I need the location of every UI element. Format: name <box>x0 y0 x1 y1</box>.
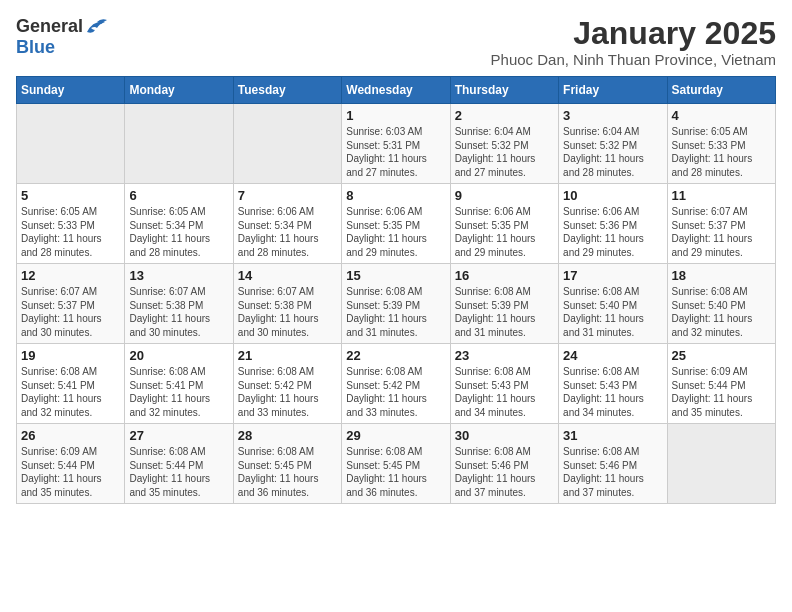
day-header-friday: Friday <box>559 77 667 104</box>
days-of-week-row: SundayMondayTuesdayWednesdayThursdayFrid… <box>17 77 776 104</box>
logo-bird-icon <box>85 18 107 36</box>
cell-date-number: 12 <box>21 268 120 283</box>
cell-date-number: 2 <box>455 108 554 123</box>
cell-date-number: 18 <box>672 268 771 283</box>
cell-sun-info: Sunrise: 6:08 AMSunset: 5:43 PMDaylight:… <box>563 365 662 419</box>
logo-text: General <box>16 16 107 37</box>
title-section: January 2025 Phuoc Dan, Ninh Thuan Provi… <box>491 16 776 68</box>
cell-date-number: 25 <box>672 348 771 363</box>
cell-date-number: 27 <box>129 428 228 443</box>
cell-sun-info: Sunrise: 6:08 AMSunset: 5:40 PMDaylight:… <box>672 285 771 339</box>
cell-sun-info: Sunrise: 6:06 AMSunset: 5:35 PMDaylight:… <box>346 205 445 259</box>
cell-sun-info: Sunrise: 6:08 AMSunset: 5:39 PMDaylight:… <box>455 285 554 339</box>
calendar-week-3: 12Sunrise: 6:07 AMSunset: 5:37 PMDayligh… <box>17 264 776 344</box>
cell-sun-info: Sunrise: 6:08 AMSunset: 5:44 PMDaylight:… <box>129 445 228 499</box>
calendar-cell: 12Sunrise: 6:07 AMSunset: 5:37 PMDayligh… <box>17 264 125 344</box>
cell-sun-info: Sunrise: 6:08 AMSunset: 5:41 PMDaylight:… <box>21 365 120 419</box>
cell-sun-info: Sunrise: 6:08 AMSunset: 5:43 PMDaylight:… <box>455 365 554 419</box>
calendar-cell <box>233 104 341 184</box>
day-header-sunday: Sunday <box>17 77 125 104</box>
cell-date-number: 20 <box>129 348 228 363</box>
cell-date-number: 9 <box>455 188 554 203</box>
calendar-cell: 1Sunrise: 6:03 AMSunset: 5:31 PMDaylight… <box>342 104 450 184</box>
logo-blue-text: Blue <box>16 37 55 58</box>
calendar-cell: 7Sunrise: 6:06 AMSunset: 5:34 PMDaylight… <box>233 184 341 264</box>
calendar-cell: 2Sunrise: 6:04 AMSunset: 5:32 PMDaylight… <box>450 104 558 184</box>
cell-sun-info: Sunrise: 6:06 AMSunset: 5:35 PMDaylight:… <box>455 205 554 259</box>
calendar-cell <box>125 104 233 184</box>
calendar-cell: 22Sunrise: 6:08 AMSunset: 5:42 PMDayligh… <box>342 344 450 424</box>
cell-sun-info: Sunrise: 6:09 AMSunset: 5:44 PMDaylight:… <box>672 365 771 419</box>
calendar-body: 1Sunrise: 6:03 AMSunset: 5:31 PMDaylight… <box>17 104 776 504</box>
cell-date-number: 23 <box>455 348 554 363</box>
cell-sun-info: Sunrise: 6:08 AMSunset: 5:46 PMDaylight:… <box>563 445 662 499</box>
cell-sun-info: Sunrise: 6:05 AMSunset: 5:33 PMDaylight:… <box>672 125 771 179</box>
cell-date-number: 4 <box>672 108 771 123</box>
calendar-cell: 24Sunrise: 6:08 AMSunset: 5:43 PMDayligh… <box>559 344 667 424</box>
calendar-table: SundayMondayTuesdayWednesdayThursdayFrid… <box>16 76 776 504</box>
cell-date-number: 8 <box>346 188 445 203</box>
cell-sun-info: Sunrise: 6:09 AMSunset: 5:44 PMDaylight:… <box>21 445 120 499</box>
calendar-cell: 26Sunrise: 6:09 AMSunset: 5:44 PMDayligh… <box>17 424 125 504</box>
calendar-cell: 14Sunrise: 6:07 AMSunset: 5:38 PMDayligh… <box>233 264 341 344</box>
calendar-week-2: 5Sunrise: 6:05 AMSunset: 5:33 PMDaylight… <box>17 184 776 264</box>
calendar-cell: 30Sunrise: 6:08 AMSunset: 5:46 PMDayligh… <box>450 424 558 504</box>
day-header-monday: Monday <box>125 77 233 104</box>
cell-date-number: 14 <box>238 268 337 283</box>
cell-sun-info: Sunrise: 6:08 AMSunset: 5:45 PMDaylight:… <box>346 445 445 499</box>
day-header-tuesday: Tuesday <box>233 77 341 104</box>
calendar-cell <box>17 104 125 184</box>
page-header: General Blue January 2025 Phuoc Dan, Nin… <box>16 16 776 68</box>
calendar-cell <box>667 424 775 504</box>
calendar-cell: 3Sunrise: 6:04 AMSunset: 5:32 PMDaylight… <box>559 104 667 184</box>
cell-date-number: 24 <box>563 348 662 363</box>
cell-date-number: 11 <box>672 188 771 203</box>
cell-sun-info: Sunrise: 6:08 AMSunset: 5:39 PMDaylight:… <box>346 285 445 339</box>
cell-sun-info: Sunrise: 6:08 AMSunset: 5:42 PMDaylight:… <box>346 365 445 419</box>
cell-date-number: 7 <box>238 188 337 203</box>
page-subtitle: Phuoc Dan, Ninh Thuan Province, Vietnam <box>491 51 776 68</box>
calendar-cell: 4Sunrise: 6:05 AMSunset: 5:33 PMDaylight… <box>667 104 775 184</box>
cell-sun-info: Sunrise: 6:08 AMSunset: 5:40 PMDaylight:… <box>563 285 662 339</box>
cell-date-number: 13 <box>129 268 228 283</box>
cell-sun-info: Sunrise: 6:07 AMSunset: 5:38 PMDaylight:… <box>238 285 337 339</box>
calendar-cell: 10Sunrise: 6:06 AMSunset: 5:36 PMDayligh… <box>559 184 667 264</box>
cell-date-number: 31 <box>563 428 662 443</box>
day-header-wednesday: Wednesday <box>342 77 450 104</box>
calendar-cell: 6Sunrise: 6:05 AMSunset: 5:34 PMDaylight… <box>125 184 233 264</box>
calendar-week-4: 19Sunrise: 6:08 AMSunset: 5:41 PMDayligh… <box>17 344 776 424</box>
cell-sun-info: Sunrise: 6:05 AMSunset: 5:34 PMDaylight:… <box>129 205 228 259</box>
cell-sun-info: Sunrise: 6:04 AMSunset: 5:32 PMDaylight:… <box>563 125 662 179</box>
cell-date-number: 21 <box>238 348 337 363</box>
calendar-week-5: 26Sunrise: 6:09 AMSunset: 5:44 PMDayligh… <box>17 424 776 504</box>
cell-sun-info: Sunrise: 6:08 AMSunset: 5:41 PMDaylight:… <box>129 365 228 419</box>
cell-date-number: 6 <box>129 188 228 203</box>
cell-date-number: 15 <box>346 268 445 283</box>
cell-sun-info: Sunrise: 6:04 AMSunset: 5:32 PMDaylight:… <box>455 125 554 179</box>
cell-sun-info: Sunrise: 6:08 AMSunset: 5:46 PMDaylight:… <box>455 445 554 499</box>
calendar-cell: 29Sunrise: 6:08 AMSunset: 5:45 PMDayligh… <box>342 424 450 504</box>
cell-sun-info: Sunrise: 6:07 AMSunset: 5:37 PMDaylight:… <box>21 285 120 339</box>
cell-sun-info: Sunrise: 6:08 AMSunset: 5:42 PMDaylight:… <box>238 365 337 419</box>
calendar-cell: 16Sunrise: 6:08 AMSunset: 5:39 PMDayligh… <box>450 264 558 344</box>
calendar-cell: 23Sunrise: 6:08 AMSunset: 5:43 PMDayligh… <box>450 344 558 424</box>
page-title: January 2025 <box>491 16 776 51</box>
cell-sun-info: Sunrise: 6:07 AMSunset: 5:38 PMDaylight:… <box>129 285 228 339</box>
calendar-cell: 19Sunrise: 6:08 AMSunset: 5:41 PMDayligh… <box>17 344 125 424</box>
cell-date-number: 10 <box>563 188 662 203</box>
calendar-cell: 28Sunrise: 6:08 AMSunset: 5:45 PMDayligh… <box>233 424 341 504</box>
calendar-cell: 27Sunrise: 6:08 AMSunset: 5:44 PMDayligh… <box>125 424 233 504</box>
calendar-cell: 15Sunrise: 6:08 AMSunset: 5:39 PMDayligh… <box>342 264 450 344</box>
calendar-cell: 31Sunrise: 6:08 AMSunset: 5:46 PMDayligh… <box>559 424 667 504</box>
cell-sun-info: Sunrise: 6:06 AMSunset: 5:34 PMDaylight:… <box>238 205 337 259</box>
calendar-cell: 25Sunrise: 6:09 AMSunset: 5:44 PMDayligh… <box>667 344 775 424</box>
cell-date-number: 1 <box>346 108 445 123</box>
cell-date-number: 5 <box>21 188 120 203</box>
cell-date-number: 17 <box>563 268 662 283</box>
calendar-cell: 17Sunrise: 6:08 AMSunset: 5:40 PMDayligh… <box>559 264 667 344</box>
calendar-cell: 20Sunrise: 6:08 AMSunset: 5:41 PMDayligh… <box>125 344 233 424</box>
calendar-cell: 8Sunrise: 6:06 AMSunset: 5:35 PMDaylight… <box>342 184 450 264</box>
calendar-cell: 13Sunrise: 6:07 AMSunset: 5:38 PMDayligh… <box>125 264 233 344</box>
cell-date-number: 16 <box>455 268 554 283</box>
calendar-header: SundayMondayTuesdayWednesdayThursdayFrid… <box>17 77 776 104</box>
